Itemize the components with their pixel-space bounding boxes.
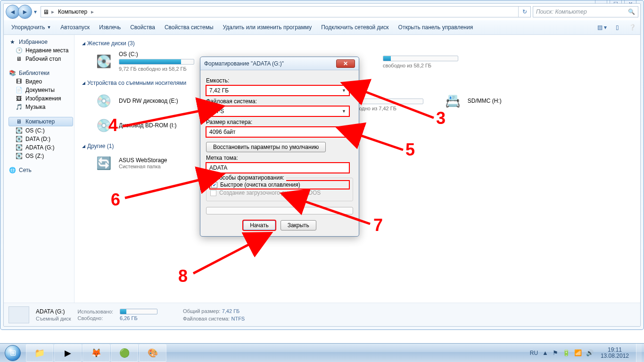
drive-asus-webstorage[interactable]: 🔄 ASUS WebStorage Системная папка — [93, 154, 167, 173]
tray-power-icon[interactable]: 🔋 — [562, 349, 570, 356]
address-bar[interactable]: 🖥 ▸ Компьютер ▸ ↻ — [41, 6, 531, 17]
taskbar-vlc[interactable]: ▶ — [54, 344, 82, 362]
uninstall-button[interactable]: Удалить или изменить программу — [218, 22, 317, 33]
usage-bar — [119, 59, 194, 65]
sidebar-item-videos[interactable]: 🎞Видео — [8, 77, 73, 86]
dialog-close-button[interactable]: ✕ — [336, 59, 355, 68]
section-hard-disks[interactable]: ◢Жесткие диски (3) — [82, 39, 633, 48]
sidebar-item-pictures[interactable]: 🖼Изображения — [8, 94, 73, 103]
collapse-icon: ◢ — [82, 41, 85, 46]
libraries-icon: 📚 — [8, 70, 16, 76]
volume-label-input[interactable]: ADATA — [206, 163, 349, 173]
autoplay-button[interactable]: Автозапуск — [56, 22, 94, 33]
restore-defaults-button[interactable]: Восстановить параметры по умолчанию — [206, 142, 326, 152]
sidebar-item-drive-g[interactable]: 💽ADATA (G:) — [8, 143, 73, 152]
start-button[interactable] — [0, 344, 25, 362]
drive-label: Дисковод BD-ROM (I:) — [119, 122, 177, 129]
sidebar-libraries-header[interactable]: 📚Библиотеки — [8, 69, 73, 77]
sidebar-item-recent[interactable]: 🕑Недавние места — [8, 46, 73, 55]
drive-info: 9,72 ГБ свободно из 58,2 ГБ — [119, 66, 194, 72]
sidebar-item-drive-d[interactable]: 💽DATA (D:) — [8, 135, 73, 143]
music-icon: 🎵 — [15, 104, 23, 110]
search-placeholder: Поиск: Компьютер — [536, 8, 587, 15]
dialog-title: Форматирование "ADATA (G:)" — [204, 60, 336, 67]
close-dialog-button[interactable]: Закрыть — [281, 220, 316, 230]
tray-volume-icon[interactable]: 🔊 — [586, 349, 594, 356]
sidebar-favorites-header[interactable]: ★Избранное — [8, 38, 73, 46]
volume-label-label: Метка тома: — [206, 155, 353, 161]
search-input[interactable]: Поиск: Компьютер 🔍 — [533, 6, 638, 17]
tray-action-center-icon[interactable]: ⚑ — [553, 349, 558, 356]
pictures-icon: 🖼 — [15, 95, 23, 102]
view-mode-button[interactable]: ▤ ▾ — [597, 24, 607, 31]
drive-os-c[interactable]: 💽 OS (C:) 9,72 ГБ свободно из 58,2 ГБ — [93, 51, 194, 72]
start-button[interactable]: Начать — [243, 220, 276, 230]
breadcrumb-root[interactable]: Компьютер — [55, 8, 90, 15]
computer-icon: 🖥 — [41, 8, 50, 16]
drive-thumbnail-icon — [8, 306, 29, 323]
filesystem-select[interactable]: NTFS▼ — [206, 106, 349, 116]
taskbar-explorer[interactable]: 📁 — [26, 344, 53, 362]
taskbar: 📁 ▶ 🦊 🟢 🎨 RU ▲ ⚑ 🔋 📶 🔊 19:11 13.08.2012 — [0, 343, 644, 362]
taskbar-paint[interactable]: 🎨 — [139, 344, 166, 362]
show-desktop-button[interactable] — [636, 344, 642, 362]
sidebar-item-music[interactable]: 🎵Музыка — [8, 103, 73, 111]
search-icon[interactable]: 🔍 — [628, 8, 635, 15]
control-panel-button[interactable]: Открыть панель управления — [394, 22, 478, 33]
cluster-select[interactable]: 4096 байт▼ — [206, 127, 349, 137]
eject-button[interactable]: Извлечь — [94, 22, 125, 33]
chevron-right-icon[interactable]: ▸ — [50, 8, 55, 15]
sidebar-item-drive-c[interactable]: 💽OS (C:) — [8, 126, 73, 135]
chevron-right-icon[interactable]: ▸ — [90, 8, 95, 15]
dialog-titlebar[interactable]: Форматирование "ADATA (G:)" ✕ — [200, 57, 359, 70]
bootdisk-checkbox: Создание загрузочного диска MS-DOS — [210, 189, 349, 197]
quick-format-checkbox[interactable]: ✔ Быстрое (очистка оглавления) — [210, 181, 349, 189]
details-total-value: 7,42 ГБ — [222, 308, 240, 314]
sidebar-item-desktop[interactable]: 🖥Рабочий стол — [8, 55, 73, 63]
organize-button[interactable]: Упорядочить▼ — [7, 22, 56, 33]
drive-dvd-rw[interactable]: 💿 DVD RW дисковод (E:) — [93, 90, 178, 111]
tray-language[interactable]: RU — [530, 350, 538, 356]
computer-icon: 🖥 — [15, 118, 23, 125]
taskbar-app-green[interactable]: 🟢 — [111, 344, 138, 362]
drive-bd-rom[interactable]: 💿 Дисковод BD-ROM (I:) — [93, 116, 177, 135]
forward-button[interactable]: ► — [18, 5, 32, 19]
details-total-label: Общий размер: — [183, 308, 220, 314]
drive-info: Системная папка — [119, 164, 167, 169]
details-pane: ADATA (G:) Съемный диск Использовано: Св… — [4, 303, 640, 326]
address-row: ◄ ► ▾ 🖥 ▸ Компьютер ▸ ↻ Поиск: Компьютер… — [4, 4, 640, 20]
refresh-button[interactable]: ↻ — [518, 7, 530, 17]
format-dialog: Форматирование "ADATA (G:)" ✕ Емкость: 7… — [200, 57, 359, 237]
details-name: ADATA (G:) — [36, 308, 71, 315]
tray-clock[interactable]: 19:11 13.08.2012 — [598, 347, 632, 359]
format-progress-bar — [206, 207, 353, 214]
sidebar: ★Избранное 🕑Недавние места 🖥Рабочий стол… — [4, 35, 74, 303]
drive-label: DVD RW дисковод (E:) — [119, 98, 178, 104]
sidebar-computer-header[interactable]: 🖥Компьютер — [8, 117, 73, 126]
preview-pane-button[interactable]: ▯ — [612, 24, 622, 31]
windows-orb-icon — [5, 345, 21, 361]
drive-info: свободно из 58,2 ГБ — [383, 63, 458, 68]
map-drive-button[interactable]: Подключить сетевой диск — [316, 22, 393, 33]
details-free-label: Свободно: — [78, 315, 114, 321]
chevron-down-icon: ▼ — [47, 25, 51, 30]
tray-network-icon[interactable]: 📶 — [574, 349, 582, 356]
sidebar-item-documents[interactable]: 📄Документы — [8, 86, 73, 94]
desktop-icon: 🖥 — [15, 56, 23, 62]
help-button[interactable]: ❔ — [627, 24, 637, 31]
tray-chevron-up-icon[interactable]: ▲ — [542, 349, 548, 356]
drive-sdmmc-h[interactable]: 📇 SD/MMC (H:) — [442, 90, 502, 111]
drive-partial[interactable]: свободно из 58,2 ГБ — [383, 51, 458, 72]
sidebar-item-drive-z[interactable]: 💽OS (Z:) — [8, 152, 73, 160]
history-dropdown[interactable]: ▾ — [32, 5, 39, 19]
usage-bar — [383, 56, 458, 61]
format-options-legend: Способы форматирования: — [210, 174, 286, 181]
drive-icon: 💽 — [15, 144, 23, 151]
taskbar-firefox[interactable]: 🦊 — [83, 344, 110, 362]
system-properties-button[interactable]: Свойства системы — [160, 22, 218, 33]
capacity-select[interactable]: 7,42 ГБ▼ — [206, 85, 349, 96]
properties-button[interactable]: Свойства — [125, 22, 160, 33]
details-free-value: 6,26 ГБ — [120, 315, 157, 321]
sidebar-network-header[interactable]: 🌐Сеть — [8, 166, 73, 174]
capacity-label: Емкость: — [206, 77, 353, 84]
